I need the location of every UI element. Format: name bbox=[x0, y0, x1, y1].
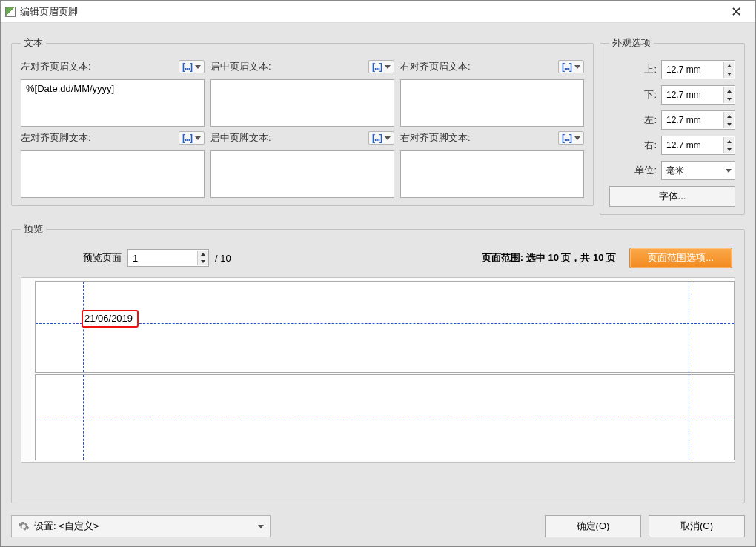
margin-bottom-spinner[interactable] bbox=[661, 85, 735, 105]
page-range-label: 页面范围: 选中 10 页，共 10 页 bbox=[482, 251, 616, 265]
header-right-input[interactable] bbox=[400, 79, 584, 127]
footer-right-input[interactable] bbox=[400, 150, 584, 198]
footer-center-input[interactable] bbox=[210, 150, 394, 198]
preview-section-title: 预览 bbox=[21, 222, 46, 236]
text-section: 文本 左对齐页眉文本: [...] 居中页眉文本: [...] 右对齐页眉文本:… bbox=[11, 36, 594, 206]
header-center-input[interactable] bbox=[210, 79, 394, 127]
text-section-title: 文本 bbox=[21, 36, 46, 50]
macro-button-footer-right[interactable]: [...] bbox=[558, 131, 584, 145]
macro-button-footer-center[interactable]: [...] bbox=[368, 131, 394, 145]
settings-label: 设置: <自定义> bbox=[34, 520, 253, 533]
macro-button-footer-left[interactable]: [...] bbox=[179, 131, 205, 145]
appearance-section-title: 外观选项 bbox=[609, 36, 654, 50]
window-title: 编辑页眉页脚 bbox=[20, 5, 78, 19]
settings-combo[interactable]: 设置: <自定义> bbox=[11, 515, 271, 537]
titlebar: 编辑页眉页脚 ✕ bbox=[1, 1, 755, 23]
preview-page-label: 预览页面 bbox=[83, 251, 122, 265]
footer-left-input[interactable] bbox=[21, 150, 205, 198]
cancel-button[interactable]: 取消(C) bbox=[649, 515, 745, 537]
preview-page-total: / 10 bbox=[215, 253, 231, 264]
margin-bottom-label: 下: bbox=[644, 88, 657, 102]
header-center-label: 居中页眉文本: bbox=[210, 60, 271, 73]
page-range-options-button[interactable]: 页面范围选项... bbox=[629, 248, 732, 268]
header-left-label: 左对齐页眉文本: bbox=[21, 60, 91, 73]
margin-left-label: 左: bbox=[644, 113, 657, 127]
header-right-label: 右对齐页眉文本: bbox=[400, 60, 471, 73]
unit-label: 单位: bbox=[634, 164, 657, 177]
ok-button[interactable]: 确定(O) bbox=[545, 515, 641, 537]
preview-area: 21/06/2019 bbox=[21, 277, 735, 463]
app-icon bbox=[5, 7, 16, 17]
margin-top-spinner[interactable] bbox=[661, 60, 735, 79]
margin-top-label: 上: bbox=[644, 63, 657, 76]
unit-combo[interactable] bbox=[661, 161, 735, 180]
margin-right-label: 右: bbox=[644, 139, 657, 152]
footer-left-label: 左对齐页脚文本: bbox=[21, 131, 91, 145]
header-left-input[interactable]: %[Date:dd/MM/yyyy] bbox=[21, 79, 205, 127]
macro-button-header-center[interactable]: [...] bbox=[368, 60, 394, 73]
footer-center-label: 居中页脚文本: bbox=[210, 131, 271, 145]
preview-rendered-date: 21/06/2019 bbox=[82, 310, 139, 328]
font-button[interactable]: 字体... bbox=[609, 186, 735, 207]
close-button[interactable]: ✕ bbox=[721, 1, 751, 22]
appearance-section: 外观选项 上: 下: bbox=[600, 36, 745, 215]
gear-icon bbox=[18, 520, 30, 532]
margin-left-spinner[interactable] bbox=[661, 110, 735, 130]
macro-button-header-left[interactable]: [...] bbox=[179, 60, 205, 73]
preview-page-spinner[interactable] bbox=[127, 249, 209, 267]
preview-section: 预览 预览页面 / 10 页面范围: 选中 10 页，共 10 页 页面范围选项… bbox=[11, 222, 745, 503]
margin-right-spinner[interactable] bbox=[661, 136, 735, 155]
macro-button-header-right[interactable]: [...] bbox=[558, 60, 584, 73]
footer-right-label: 右对齐页脚文本: bbox=[400, 131, 471, 145]
